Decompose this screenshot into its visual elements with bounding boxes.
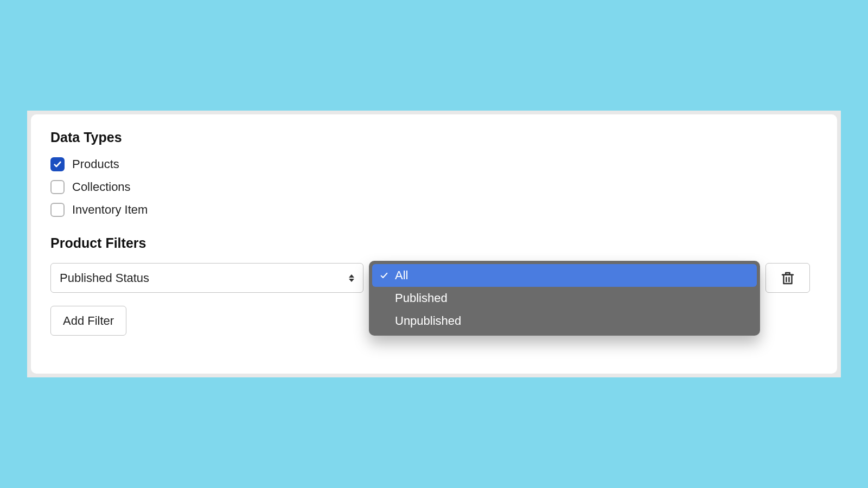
checkbox-products[interactable] <box>50 157 65 171</box>
filter-row: Published Status All <box>50 263 818 293</box>
filter-value-select[interactable]: All All Published <box>371 263 758 293</box>
checkbox-label-inventory-item: Inventory Item <box>72 203 148 217</box>
filter-field-value: Published Status <box>60 271 149 285</box>
sort-icon <box>349 274 354 282</box>
checkbox-label-collections: Collections <box>72 180 131 194</box>
checkbox-row-products[interactable]: Products <box>50 157 818 171</box>
checkbox-inventory-item[interactable] <box>50 203 65 217</box>
checkbox-label-products: Products <box>72 157 119 171</box>
panel-frame: Data Types Products Collections Inventor… <box>27 111 841 377</box>
settings-card: Data Types Products Collections Inventor… <box>31 114 837 374</box>
add-filter-label: Add Filter <box>63 314 114 328</box>
trash-icon <box>780 270 796 286</box>
checkbox-row-inventory-item[interactable]: Inventory Item <box>50 203 818 217</box>
dropdown-option-label: Published <box>395 291 448 305</box>
check-icon <box>53 160 62 169</box>
data-types-list: Products Collections Inventory Item <box>50 157 818 217</box>
dropdown-option-all[interactable]: All <box>372 264 757 287</box>
filter-field-select[interactable]: Published Status <box>50 263 363 293</box>
dropdown-option-label: Unpublished <box>395 314 461 328</box>
checkbox-row-collections[interactable]: Collections <box>50 180 818 194</box>
check-icon <box>379 271 390 280</box>
filter-value-dropdown: All Published Unpublished <box>369 261 760 336</box>
data-types-heading: Data Types <box>50 130 818 145</box>
add-filter-button[interactable]: Add Filter <box>50 306 126 336</box>
dropdown-option-published[interactable]: Published <box>372 287 757 310</box>
checkbox-collections[interactable] <box>50 180 65 194</box>
product-filters-heading: Product Filters <box>50 235 818 251</box>
dropdown-option-unpublished[interactable]: Unpublished <box>372 310 757 332</box>
dropdown-option-label: All <box>395 268 408 282</box>
delete-filter-button[interactable] <box>765 263 810 293</box>
